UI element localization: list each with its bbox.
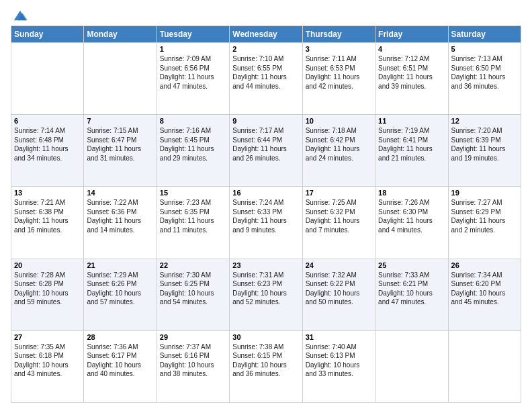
day-of-week-header: Thursday	[302, 26, 375, 43]
day-number: 2	[232, 45, 299, 53]
day-number: 19	[451, 189, 518, 197]
day-info: Sunrise: 7:13 AMSunset: 6:50 PMDaylight:…	[451, 54, 518, 91]
day-info: Sunrise: 7:27 AMSunset: 6:29 PMDaylight:…	[451, 198, 518, 234]
day-info: Sunrise: 7:24 AMSunset: 6:33 PMDaylight:…	[232, 198, 299, 234]
day-of-week-header: Friday	[375, 26, 448, 43]
day-number: 12	[451, 117, 518, 125]
day-number: 22	[160, 261, 226, 269]
day-number: 15	[160, 189, 226, 197]
day-number: 17	[306, 189, 372, 197]
calendar-cell: 20Sunrise: 7:28 AMSunset: 6:28 PMDayligh…	[11, 259, 84, 330]
day-number: 28	[87, 333, 153, 341]
day-info: Sunrise: 7:19 AMSunset: 6:41 PMDaylight:…	[378, 126, 445, 163]
calendar-cell: 4Sunrise: 7:12 AMSunset: 6:51 PMDaylight…	[375, 43, 448, 115]
day-number: 24	[306, 261, 372, 269]
day-info: Sunrise: 7:22 AMSunset: 6:36 PMDaylight:…	[87, 198, 153, 234]
calendar-cell	[448, 330, 521, 402]
day-number: 4	[378, 45, 445, 53]
day-info: Sunrise: 7:20 AMSunset: 6:39 PMDaylight:…	[451, 126, 518, 163]
day-number: 10	[306, 117, 372, 125]
day-info: Sunrise: 7:28 AMSunset: 6:28 PMDaylight:…	[14, 271, 81, 307]
day-number: 23	[232, 261, 299, 269]
day-info: Sunrise: 7:38 AMSunset: 6:15 PMDaylight:…	[232, 342, 299, 379]
day-number: 6	[14, 117, 81, 125]
logo	[11, 8, 28, 20]
calendar-cell: 8Sunrise: 7:16 AMSunset: 6:45 PMDaylight…	[157, 115, 229, 187]
day-number: 16	[232, 189, 299, 197]
day-number: 8	[160, 117, 226, 125]
calendar-cell: 13Sunrise: 7:21 AMSunset: 6:38 PMDayligh…	[11, 187, 84, 259]
day-number: 20	[14, 261, 81, 269]
calendar-cell: 26Sunrise: 7:34 AMSunset: 6:20 PMDayligh…	[448, 259, 521, 330]
calendar-cell: 22Sunrise: 7:30 AMSunset: 6:25 PMDayligh…	[157, 259, 229, 330]
day-number: 14	[87, 189, 153, 197]
calendar-cell	[84, 43, 157, 115]
calendar-cell: 21Sunrise: 7:29 AMSunset: 6:26 PMDayligh…	[84, 259, 157, 330]
logo-icon	[13, 8, 28, 23]
day-number: 1	[160, 45, 226, 53]
calendar-cell: 12Sunrise: 7:20 AMSunset: 6:39 PMDayligh…	[448, 115, 521, 187]
calendar-cell: 29Sunrise: 7:37 AMSunset: 6:16 PMDayligh…	[157, 330, 229, 402]
calendar-cell: 27Sunrise: 7:35 AMSunset: 6:18 PMDayligh…	[11, 330, 84, 402]
day-number: 31	[306, 333, 372, 341]
day-number: 30	[232, 333, 299, 341]
day-info: Sunrise: 7:10 AMSunset: 6:55 PMDaylight:…	[232, 54, 299, 91]
calendar-cell: 25Sunrise: 7:33 AMSunset: 6:21 PMDayligh…	[375, 259, 448, 330]
day-number: 18	[378, 189, 445, 197]
day-number: 27	[14, 333, 81, 341]
calendar-cell: 10Sunrise: 7:18 AMSunset: 6:42 PMDayligh…	[302, 115, 375, 187]
calendar-cell: 30Sunrise: 7:38 AMSunset: 6:15 PMDayligh…	[230, 330, 302, 402]
calendar-cell: 18Sunrise: 7:26 AMSunset: 6:30 PMDayligh…	[375, 187, 448, 259]
day-info: Sunrise: 7:14 AMSunset: 6:48 PMDaylight:…	[14, 126, 81, 163]
calendar-week-row: 6Sunrise: 7:14 AMSunset: 6:48 PMDaylight…	[11, 115, 521, 187]
calendar-cell: 19Sunrise: 7:27 AMSunset: 6:29 PMDayligh…	[448, 187, 521, 259]
calendar-cell: 3Sunrise: 7:11 AMSunset: 6:53 PMDaylight…	[302, 43, 375, 115]
calendar-cell	[11, 43, 84, 115]
day-info: Sunrise: 7:15 AMSunset: 6:47 PMDaylight:…	[87, 126, 153, 163]
calendar-header-row: SundayMondayTuesdayWednesdayThursdayFrid…	[11, 26, 521, 43]
calendar-week-row: 1Sunrise: 7:09 AMSunset: 6:56 PMDaylight…	[11, 43, 521, 115]
calendar-cell: 6Sunrise: 7:14 AMSunset: 6:48 PMDaylight…	[11, 115, 84, 187]
calendar-cell: 28Sunrise: 7:36 AMSunset: 6:17 PMDayligh…	[84, 330, 157, 402]
day-of-week-header: Sunday	[11, 26, 84, 43]
day-info: Sunrise: 7:35 AMSunset: 6:18 PMDaylight:…	[14, 342, 81, 379]
calendar-cell: 5Sunrise: 7:13 AMSunset: 6:50 PMDaylight…	[448, 43, 521, 115]
day-of-week-header: Monday	[84, 26, 157, 43]
day-info: Sunrise: 7:36 AMSunset: 6:17 PMDaylight:…	[87, 342, 153, 379]
day-number: 3	[306, 45, 372, 53]
calendar-week-row: 13Sunrise: 7:21 AMSunset: 6:38 PMDayligh…	[11, 187, 521, 259]
day-number: 21	[87, 261, 153, 269]
day-info: Sunrise: 7:25 AMSunset: 6:32 PMDaylight:…	[306, 198, 372, 234]
day-number: 25	[378, 261, 445, 269]
calendar-cell	[375, 330, 448, 402]
day-info: Sunrise: 7:32 AMSunset: 6:22 PMDaylight:…	[306, 271, 372, 307]
calendar-week-row: 20Sunrise: 7:28 AMSunset: 6:28 PMDayligh…	[11, 259, 521, 330]
calendar-week-row: 27Sunrise: 7:35 AMSunset: 6:18 PMDayligh…	[11, 330, 521, 402]
day-number: 13	[14, 189, 81, 197]
day-number: 11	[378, 117, 445, 125]
calendar-cell: 11Sunrise: 7:19 AMSunset: 6:41 PMDayligh…	[375, 115, 448, 187]
day-info: Sunrise: 7:33 AMSunset: 6:21 PMDaylight:…	[378, 271, 445, 307]
calendar-table: SundayMondayTuesdayWednesdayThursdayFrid…	[11, 26, 521, 403]
calendar-cell: 16Sunrise: 7:24 AMSunset: 6:33 PMDayligh…	[230, 187, 302, 259]
day-number: 29	[160, 333, 226, 341]
day-info: Sunrise: 7:11 AMSunset: 6:53 PMDaylight:…	[306, 54, 372, 91]
calendar-cell: 17Sunrise: 7:25 AMSunset: 6:32 PMDayligh…	[302, 187, 375, 259]
calendar-cell: 7Sunrise: 7:15 AMSunset: 6:47 PMDaylight…	[84, 115, 157, 187]
day-number: 26	[451, 261, 518, 269]
day-info: Sunrise: 7:40 AMSunset: 6:13 PMDaylight:…	[306, 342, 372, 379]
calendar-cell: 23Sunrise: 7:31 AMSunset: 6:23 PMDayligh…	[230, 259, 302, 330]
calendar-cell: 2Sunrise: 7:10 AMSunset: 6:55 PMDaylight…	[230, 43, 302, 115]
day-number: 7	[87, 117, 153, 125]
day-of-week-header: Saturday	[448, 26, 521, 43]
calendar-cell: 14Sunrise: 7:22 AMSunset: 6:36 PMDayligh…	[84, 187, 157, 259]
calendar-cell: 31Sunrise: 7:40 AMSunset: 6:13 PMDayligh…	[302, 330, 375, 402]
calendar-cell: 1Sunrise: 7:09 AMSunset: 6:56 PMDaylight…	[157, 43, 229, 115]
day-info: Sunrise: 7:18 AMSunset: 6:42 PMDaylight:…	[306, 126, 372, 163]
day-info: Sunrise: 7:30 AMSunset: 6:25 PMDaylight:…	[160, 271, 226, 307]
day-info: Sunrise: 7:34 AMSunset: 6:20 PMDaylight:…	[451, 271, 518, 307]
calendar-cell: 9Sunrise: 7:17 AMSunset: 6:44 PMDaylight…	[230, 115, 302, 187]
calendar-cell: 15Sunrise: 7:23 AMSunset: 6:35 PMDayligh…	[157, 187, 229, 259]
page-header	[11, 8, 521, 20]
day-number: 5	[451, 45, 518, 53]
